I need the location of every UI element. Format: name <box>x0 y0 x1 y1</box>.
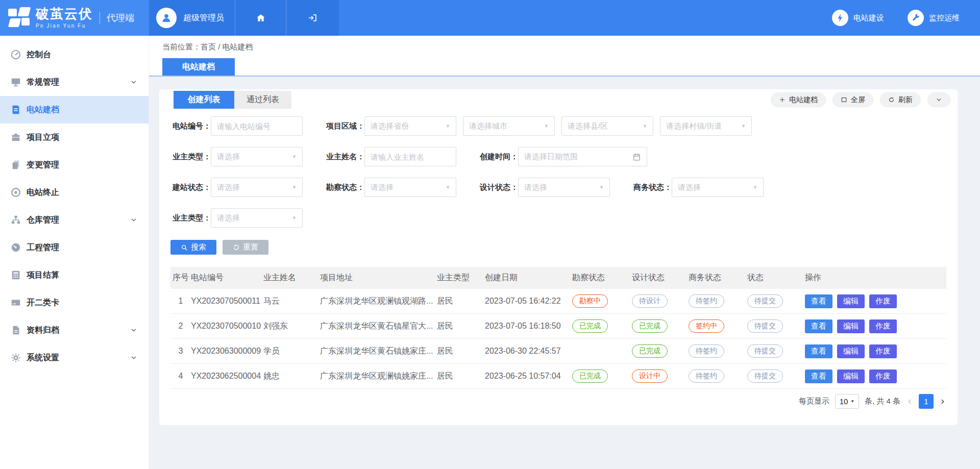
brand-subtitle: Po Jian Yun Fu <box>36 23 93 29</box>
filter-input[interactable] <box>211 116 303 136</box>
cell-design: 待设计 <box>632 294 689 308</box>
filter-input[interactable] <box>364 147 456 166</box>
next-page-button[interactable] <box>939 398 946 405</box>
filter-label: 业主类型： <box>173 213 208 223</box>
cell-business: 签约中 <box>689 319 747 333</box>
sidebar-item-1[interactable]: 常规管理 <box>0 68 149 96</box>
filter-select[interactable]: 请选择▼ <box>211 147 303 166</box>
files-icon <box>10 159 21 170</box>
edit-button[interactable]: 编辑 <box>837 344 865 358</box>
collapse-button[interactable] <box>927 92 950 107</box>
fullscreen-button[interactable]: 全屏 <box>832 92 873 107</box>
column-header: 序号 <box>170 273 191 283</box>
sidebar-item-label: 常规管理 <box>27 77 59 88</box>
per-page-select[interactable]: 10 ▼ <box>835 394 859 409</box>
page-tab[interactable]: 电站建档 <box>162 58 235 76</box>
edit-button[interactable]: 编辑 <box>837 319 865 333</box>
refresh-label: 刷新 <box>898 95 913 105</box>
filter-select[interactable]: 请选择▼ <box>518 178 610 197</box>
filter-select[interactable]: 请选择县/区▼ <box>561 116 653 136</box>
calculator-icon <box>10 269 21 281</box>
cell-no: 4 <box>170 372 191 381</box>
total-count-label: 条, 共 4 条 <box>865 397 900 406</box>
cell-no: 3 <box>170 347 191 356</box>
status-badge: 已完成 <box>572 319 608 333</box>
cell-design: 已完成 <box>632 344 689 358</box>
per-page-value: 10 <box>840 397 848 406</box>
filter-field: 勘察状态：请选择▼ <box>326 178 456 197</box>
cell-address: 广东深圳龙华区观澜镇姚家庄... <box>320 371 437 382</box>
chevron-down-icon <box>936 96 942 103</box>
sidebar-item-label: 项目结算 <box>27 270 59 281</box>
filter-row-3: 业主类型：请选择▼ <box>173 208 764 228</box>
sidebar-item-5[interactable]: 电站终止 <box>0 179 149 206</box>
refresh-icon <box>888 96 895 103</box>
logout-button[interactable] <box>286 0 339 36</box>
refresh-button[interactable]: 刷新 <box>880 92 921 107</box>
void-button[interactable]: 作废 <box>869 294 897 308</box>
filter-label: 电站编号： <box>173 121 208 131</box>
header-actions: 超级管理员 <box>149 0 339 36</box>
sidebar-item-2[interactable]: 电站建档 <box>0 96 149 124</box>
sidebar-item-3[interactable]: 项目立项 <box>0 124 149 151</box>
status-badge: 已完成 <box>632 319 668 333</box>
person-icon <box>160 12 173 24</box>
filter-row-2: 建站状态：请选择▼勘察状态：请选择▼设计状态：请选择▼商务状态：请选择▼ <box>173 178 764 197</box>
sidebar-item-8[interactable]: 项目结算 <box>0 261 149 289</box>
user-menu[interactable]: 超级管理员 <box>149 0 235 36</box>
sidebar-item-0[interactable]: 控制台 <box>0 41 149 68</box>
filter-field: 创建时间：请选择日期范围 <box>480 147 647 166</box>
tab-create-list[interactable]: 创建列表 <box>174 91 234 109</box>
void-button[interactable]: 作废 <box>869 369 897 383</box>
filter-date-range[interactable]: 请选择日期范围 <box>518 147 647 166</box>
column-header: 电站编号 <box>191 273 263 283</box>
sidebar-item-label: 开二类卡 <box>27 298 59 308</box>
app-root: 破茧云伏 Po Jian Yun Fu 代理端 超级管理员 电站建设 <box>0 0 980 469</box>
void-button[interactable]: 作废 <box>869 344 897 358</box>
filter-select[interactable]: 请选择城市▼ <box>463 116 555 136</box>
select-placeholder: 请选择 <box>524 183 599 192</box>
sidebar-item-9[interactable]: 开二类卡 <box>0 289 149 316</box>
void-button[interactable]: 作废 <box>869 319 897 333</box>
brand-logo-icon <box>8 7 31 29</box>
cell-created: 2023-06-30 22:45:57 <box>485 347 572 356</box>
edit-button[interactable]: 编辑 <box>837 294 865 308</box>
filter-select[interactable]: 请选择▼ <box>211 178 303 197</box>
sidebar-item-11[interactable]: 系统设置 <box>0 344 149 372</box>
view-button[interactable]: 查看 <box>805 319 832 333</box>
sidebar-item-10[interactable]: 资料归档 <box>0 316 149 344</box>
view-button[interactable]: 查看 <box>805 344 832 358</box>
create-station-button[interactable]: 电站建档 <box>771 92 826 107</box>
home-button[interactable] <box>235 0 286 36</box>
filter-select[interactable]: 请选择▼ <box>211 208 303 228</box>
home-icon <box>256 13 266 23</box>
nav-monitor-ops-label: 监控运维 <box>929 13 960 23</box>
filter-select[interactable]: 请选择村镇/街道▼ <box>660 116 752 136</box>
tab-passed-list[interactable]: 通过列表 <box>234 91 291 109</box>
reset-button[interactable]: 重置 <box>223 240 268 255</box>
view-button[interactable]: 查看 <box>805 369 832 383</box>
edit-button[interactable]: 编辑 <box>837 369 865 383</box>
filter-field: 商务状态：请选择▼ <box>633 178 764 197</box>
breadcrumb-path: 首页 / 电站建档 <box>201 42 253 51</box>
status-badge: 待设计 <box>632 294 668 308</box>
view-button[interactable]: 查看 <box>805 294 832 308</box>
prev-page-button[interactable] <box>906 398 913 405</box>
filter-select[interactable]: 请选择省份▼ <box>364 116 456 136</box>
filter-select[interactable]: 请选择▼ <box>364 178 456 197</box>
status-badge: 待签约 <box>689 344 724 358</box>
sidebar-item-4[interactable]: 变更管理 <box>0 151 149 179</box>
current-page[interactable]: 1 <box>919 394 934 409</box>
filter-form: 电站编号：项目区域：请选择省份▼请选择城市▼请选择县/区▼请选择村镇/街道▼业主… <box>173 116 764 239</box>
filter-select[interactable]: 请选择▼ <box>672 178 764 197</box>
sidebar-item-7[interactable]: 工程管理 <box>0 234 149 261</box>
nav-station-build[interactable]: 电站建设 <box>832 10 884 26</box>
cell-no: 2 <box>170 322 191 331</box>
search-button[interactable]: 搜索 <box>170 240 216 255</box>
sidebar-item-6[interactable]: 仓库管理 <box>0 206 149 234</box>
status-badge: 已完成 <box>572 369 608 383</box>
nav-monitor-ops[interactable]: 监控运维 <box>908 10 960 26</box>
filter-field: 请选择县/区▼ <box>559 116 653 136</box>
select-placeholder: 请选择 <box>217 152 292 162</box>
filter-field: 请选择城市▼ <box>460 116 555 136</box>
